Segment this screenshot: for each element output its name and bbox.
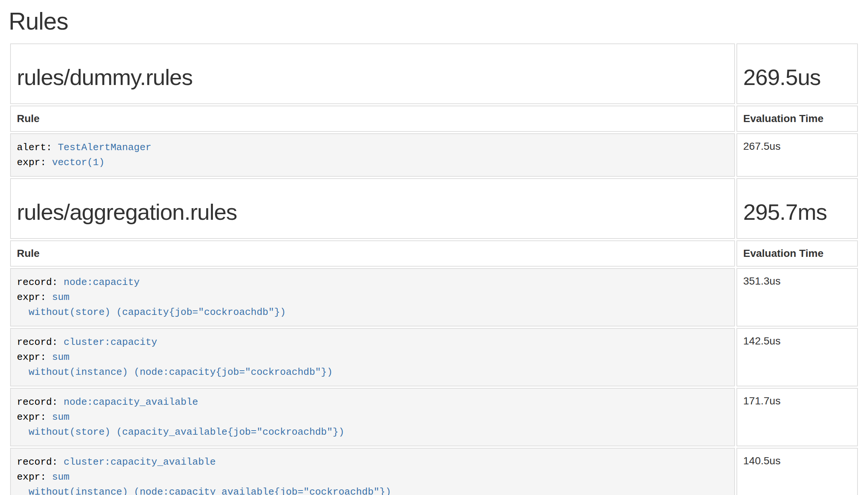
rule-row: record: node:capacity_available expr: su… bbox=[10, 388, 858, 446]
rule-group-name-cell: rules/dummy.rules bbox=[10, 43, 735, 104]
rule-group-evaluation-time: 269.5us bbox=[743, 65, 851, 90]
rule-cell: record: cluster:capacity_available expr:… bbox=[10, 448, 735, 495]
rule-group-evaluation-time-cell: 295.7ms bbox=[736, 178, 858, 239]
evaluation-time-column-header: Evaluation Time bbox=[736, 240, 858, 267]
rule-cell: record: node:capacity_available expr: su… bbox=[10, 388, 735, 446]
rule-field-label: record: bbox=[17, 337, 58, 348]
rule-expr-link[interactable]: vector(1) bbox=[52, 157, 105, 168]
rule-expr-link[interactable]: sum without(store) (capacity_available{j… bbox=[17, 412, 344, 438]
column-header-row: RuleEvaluation Time bbox=[10, 106, 858, 132]
rule-name-link[interactable]: node:capacity_available bbox=[64, 397, 198, 408]
rule-code: record: cluster:capacity expr: sum witho… bbox=[17, 335, 728, 380]
rule-row: alert: TestAlertManager expr: vector(1)2… bbox=[10, 133, 858, 177]
rule-name-link[interactable]: TestAlertManager bbox=[58, 142, 151, 153]
rule-group-evaluation-time-cell: 269.5us bbox=[736, 43, 858, 104]
rule-name-link[interactable]: cluster:capacity bbox=[64, 337, 157, 348]
rules-table-body: rules/dummy.rules269.5usRuleEvaluation T… bbox=[10, 43, 858, 495]
rule-field-label: alert: bbox=[17, 142, 52, 153]
rule-expr-link[interactable]: sum without(instance) (node:capacity{job… bbox=[17, 352, 333, 378]
rule-field-label: expr: bbox=[17, 157, 46, 168]
evaluation-time-cell: 171.7us bbox=[736, 388, 858, 446]
rule-row: record: cluster:capacity expr: sum witho… bbox=[10, 328, 858, 386]
rule-group-name: rules/aggregation.rules bbox=[17, 200, 728, 225]
rule-field-label: expr: bbox=[17, 471, 46, 483]
evaluation-time-cell: 267.5us bbox=[736, 133, 858, 177]
rule-name-link[interactable]: node:capacity bbox=[64, 277, 140, 288]
rule-code: record: node:capacity_available expr: su… bbox=[17, 395, 728, 440]
rule-cell: record: cluster:capacity expr: sum witho… bbox=[10, 328, 735, 386]
evaluation-time-cell: 142.5us bbox=[736, 328, 858, 386]
evaluation-time-column-header: Evaluation Time bbox=[736, 106, 858, 132]
rule-group-evaluation-time: 295.7ms bbox=[743, 200, 851, 225]
rule-field-label: record: bbox=[17, 397, 58, 408]
rule-code: record: node:capacity expr: sum without(… bbox=[17, 275, 728, 320]
rule-column-header: Rule bbox=[10, 106, 735, 132]
rule-field-label: expr: bbox=[17, 292, 46, 303]
rule-field-label: record: bbox=[17, 456, 58, 468]
page-title: Rules bbox=[9, 8, 859, 34]
rule-expr-link[interactable]: sum without(instance) (node:capacity_ava… bbox=[17, 471, 391, 495]
rule-column-header: Rule bbox=[10, 240, 735, 267]
evaluation-time-cell: 140.5us bbox=[736, 448, 858, 495]
rules-table: rules/dummy.rules269.5usRuleEvaluation T… bbox=[9, 42, 859, 495]
rule-field-label: record: bbox=[17, 277, 58, 288]
rule-code: record: cluster:capacity_available expr:… bbox=[17, 455, 728, 495]
rule-group-name-cell: rules/aggregation.rules bbox=[10, 178, 735, 239]
column-header-row: RuleEvaluation Time bbox=[10, 240, 858, 267]
rule-code: alert: TestAlertManager expr: vector(1) bbox=[17, 140, 728, 170]
rule-cell: alert: TestAlertManager expr: vector(1) bbox=[10, 133, 735, 177]
rule-name-link[interactable]: cluster:capacity_available bbox=[64, 456, 216, 468]
rule-field-label: expr: bbox=[17, 352, 46, 363]
rule-cell: record: node:capacity expr: sum without(… bbox=[10, 268, 735, 327]
rule-group-row: rules/dummy.rules269.5us bbox=[10, 43, 858, 104]
evaluation-time-cell: 351.3us bbox=[736, 268, 858, 327]
rule-row: record: node:capacity expr: sum without(… bbox=[10, 268, 858, 327]
rule-expr-link[interactable]: sum without(store) (capacity{job="cockro… bbox=[17, 292, 286, 318]
rule-group-row: rules/aggregation.rules295.7ms bbox=[10, 178, 858, 239]
rule-group-name: rules/dummy.rules bbox=[17, 65, 728, 90]
rule-field-label: expr: bbox=[17, 412, 46, 423]
rule-row: record: cluster:capacity_available expr:… bbox=[10, 448, 858, 495]
